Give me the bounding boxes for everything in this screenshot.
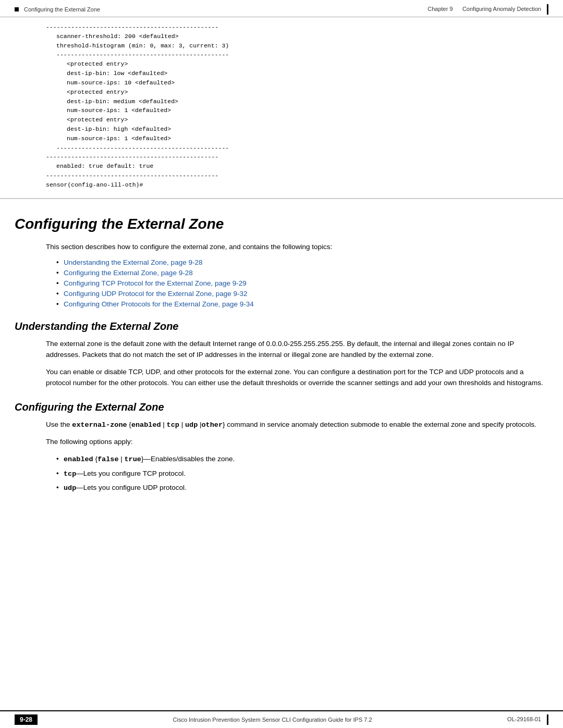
footer-right-text: OL-29168-01 [507,714,548,725]
header-chapter-title: Configuring Anomaly Detection [462,6,541,12]
main-section-title: Configuring the External Zone [15,216,548,232]
footer-center-text: Cisco Intrusion Prevention System Sensor… [38,717,507,723]
link-configuring-external[interactable]: Configuring the External Zone, page 9-28 [64,269,193,277]
code-line-11: <protected entry> [46,115,548,125]
code-line-1: ----------------------------------------… [46,22,548,32]
code-section: ----------------------------------------… [0,17,563,199]
footer-page-number: 9-28 [15,714,38,725]
option-udp: udp—Lets you configure UDP protocol. [56,483,548,493]
code-line-13: num-source-ips: 1 <defaulted> [46,134,548,143]
header-square-icon [15,7,19,11]
header-section-label: Configuring the External Zone [24,6,100,13]
option-true-label: true [125,455,141,463]
list-item: Configuring the External Zone, page 9-28 [56,269,548,277]
code-line-15: ----------------------------------------… [46,152,548,162]
code-line-9: dest-ip-bin: medium <defaulted> [46,97,548,106]
option-tcp-label: tcp [64,470,76,478]
configuring-para2: The following options apply: [15,437,548,448]
cmd-other: other [202,421,223,429]
code-line-7: num-source-ips: 10 <defaulted> [46,78,548,88]
option-false-label: false [97,455,119,463]
link-configuring-tcp[interactable]: Configuring TCP Protocol for the Externa… [64,279,247,287]
code-line-18: sensor(config-ano-ill-oth)# [46,180,548,190]
header-bar-icon [547,4,548,15]
link-configuring-other[interactable]: Configuring Other Protocols for the Exte… [64,300,254,308]
list-item: Understanding the External Zone, page 9-… [56,258,548,266]
code-line-14: ----------------------------------------… [46,143,548,153]
page-footer: 9-28 Cisco Intrusion Prevention System S… [0,710,563,728]
header-chapter: Chapter 9 [427,6,452,12]
understanding-section-title: Understanding the External Zone [15,320,548,332]
page-header: Configuring the External Zone Chapter 9 … [0,0,563,17]
option-enabled: enabled {false | true}—Enables/disables … [56,454,548,465]
header-left: Configuring the External Zone [15,6,100,13]
header-right: Chapter 9 Configuring Anomaly Detection [427,4,548,15]
code-line-16: enabled: true default: true [46,162,548,171]
main-section-links: Understanding the External Zone, page 9-… [15,258,548,308]
code-line-6: dest-ip-bin: low <defaulted> [46,69,548,78]
code-line-3: threshold-histogram (min: 0, max: 3, cur… [46,41,548,51]
understanding-para2: You can enable or disable TCP, UDP, and … [15,367,548,389]
configuring-para1: Use the external-zone {enabled | tcp | u… [15,419,548,431]
option-enabled-label: enabled [64,455,93,463]
cmd-external-zone: external-zone [72,421,127,429]
cmd-tcp: tcp [167,421,179,429]
code-line-17: ----------------------------------------… [46,171,548,180]
code-line-8: <protected entry> [46,88,548,97]
understanding-para1: The external zone is the default zone wi… [15,339,548,361]
code-line-2: scanner-threshold: 200 <defaulted> [46,32,548,41]
configuring-section-title: Configuring the External Zone [15,401,548,413]
footer-bar-icon [547,714,548,725]
main-section-intro: This section describes how to configure … [15,242,548,252]
option-udp-label: udp [64,484,76,492]
link-configuring-udp[interactable]: Configuring UDP Protocol for the Externa… [64,290,247,298]
main-content: Configuring the External Zone This secti… [0,199,563,511]
link-understanding-external[interactable]: Understanding the External Zone, page 9-… [64,258,202,266]
code-line-4: ----------------------------------------… [46,50,548,59]
footer-ol-number: OL-29168-01 [507,716,541,722]
code-line-10: num-source-ips: 1 <defaulted> [46,106,548,115]
code-line-12: dest-ip-bin: high <defaulted> [46,125,548,134]
code-block: ----------------------------------------… [15,22,548,190]
list-item: Configuring TCP Protocol for the Externa… [56,279,548,287]
options-list: enabled {false | true}—Enables/disables … [15,454,548,493]
code-line-5: <protected entry> [46,59,548,69]
list-item: Configuring UDP Protocol for the Externa… [56,290,548,298]
cmd-udp: udp [185,421,198,429]
list-item: Configuring Other Protocols for the Exte… [56,300,548,308]
cmd-enabled: enabled [131,421,161,429]
option-tcp: tcp—Lets you configure TCP protocol. [56,468,548,479]
